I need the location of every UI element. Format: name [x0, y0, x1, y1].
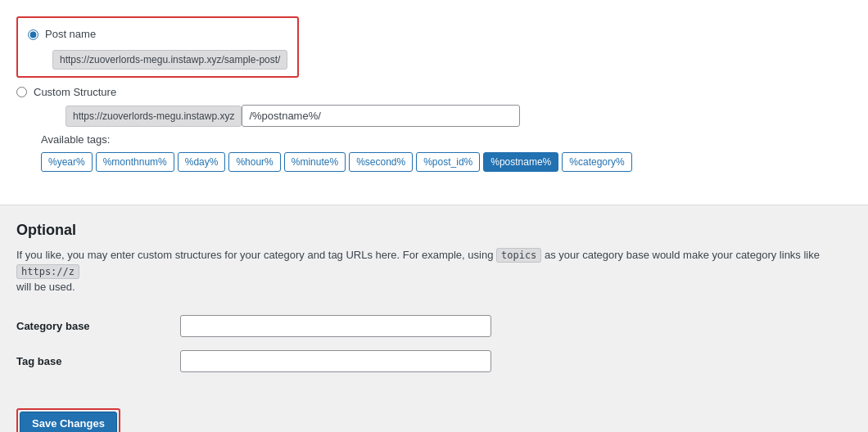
optional-desc-part2: as your category base would make your ca…	[545, 249, 820, 261]
save-changes-button[interactable]: Save Changes	[20, 412, 117, 433]
custom-structure-radio-row: Custom Structure	[16, 86, 852, 98]
tag-button[interactable]: %post_id%	[416, 152, 480, 172]
post-name-url: https://zuoverlords-megu.instawp.xyz/sam…	[52, 50, 287, 70]
tag-button[interactable]: %postname%	[483, 152, 558, 172]
custom-structure-radio[interactable]	[16, 87, 27, 97]
tag-button[interactable]: %year%	[41, 152, 93, 172]
optional-desc-url: https://z	[16, 264, 79, 279]
available-tags-label: Available tags:	[41, 133, 852, 146]
post-name-radio-row: Post name	[28, 25, 287, 43]
tag-button[interactable]: %second%	[349, 152, 413, 172]
optional-desc-part1: If you like, you may enter custom struct…	[16, 249, 493, 261]
optional-desc-end: will be used.	[16, 281, 75, 293]
save-button-wrapper: Save Changes	[16, 408, 120, 433]
custom-structure-label: Custom Structure	[34, 86, 116, 98]
post-name-block: Post name https://zuoverlords-megu.insta…	[16, 16, 299, 78]
tag-button[interactable]: %minute%	[284, 152, 346, 172]
post-name-radio[interactable]	[28, 29, 38, 40]
content-area: Post name https://zuoverlords-megu.insta…	[0, 0, 868, 205]
custom-structure-section: Custom Structure https://zuoverlords-meg…	[16, 86, 852, 172]
tag-button[interactable]: %category%	[562, 152, 631, 172]
tags-row: %year%%monthnum%%day%%hour%%minute%%seco…	[41, 152, 852, 172]
category-base-input[interactable]	[180, 315, 491, 337]
category-base-label: Category base	[16, 308, 180, 344]
optional-section: Optional If you like, you may enter cust…	[0, 205, 868, 395]
page-wrapper: Post name https://zuoverlords-megu.insta…	[0, 0, 868, 432]
url-prefix: https://zuoverlords-megu.instawp.xyz	[66, 106, 242, 127]
category-base-row: Category base	[16, 308, 852, 344]
save-section: Save Changes	[0, 395, 868, 433]
tag-base-row: Tag base	[16, 344, 852, 379]
tag-base-input[interactable]	[180, 350, 491, 372]
tag-button[interactable]: %hour%	[228, 152, 280, 172]
custom-structure-input[interactable]	[242, 105, 520, 127]
optional-desc-code: topics	[496, 248, 541, 263]
optional-title: Optional	[16, 222, 852, 239]
tag-base-label: Tag base	[16, 344, 180, 379]
custom-url-row: https://zuoverlords-megu.instawp.xyz	[41, 105, 852, 127]
tag-button[interactable]: %day%	[178, 152, 226, 172]
post-name-label: Post name	[45, 28, 96, 40]
optional-form-table: Category base Tag base	[16, 308, 852, 379]
optional-description: If you like, you may enter custom struct…	[16, 247, 852, 295]
tag-button[interactable]: %monthnum%	[96, 152, 174, 172]
